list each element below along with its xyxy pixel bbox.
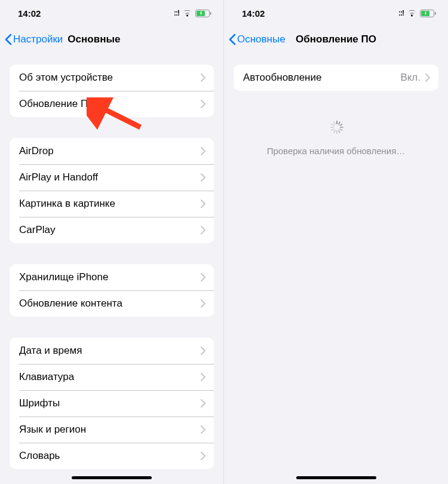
chevron-right-icon xyxy=(201,425,205,434)
chevron-right-icon xyxy=(201,399,205,408)
row-dictionary[interactable]: Словарь xyxy=(10,443,214,469)
status-icons: ::! xyxy=(398,9,436,17)
chevron-right-icon xyxy=(425,73,430,82)
back-button[interactable]: Настройки xyxy=(5,33,63,45)
row-keyboard[interactable]: Клавиатура xyxy=(10,364,214,390)
content-area: Об этом устройстве Обновление ПО AirDrop… xyxy=(0,65,223,469)
battery-icon xyxy=(420,10,436,17)
settings-group: Автообновление Вкл. xyxy=(234,65,438,91)
row-carplay[interactable]: CarPlay xyxy=(10,217,214,243)
row-fonts[interactable]: Шрифты xyxy=(10,390,214,416)
home-indicator xyxy=(72,476,152,479)
row-airplay-handoff[interactable]: AirPlay и Handoff xyxy=(10,164,214,191)
row-label: Язык и регион xyxy=(19,424,201,436)
row-label: Об этом устройстве xyxy=(19,72,201,84)
nav-bar: Основные Обновление ПО xyxy=(224,26,448,53)
row-software-update[interactable]: Обновление ПО xyxy=(10,91,214,117)
home-indicator xyxy=(296,476,376,479)
chevron-right-icon xyxy=(201,226,205,234)
back-label: Настройки xyxy=(13,33,63,45)
page-title: Основные xyxy=(67,33,120,45)
row-label: Хранилище iPhone xyxy=(19,271,201,283)
chevron-right-icon xyxy=(201,100,205,108)
settings-group: Об этом устройстве Обновление ПО xyxy=(10,65,214,117)
status-time: 14:02 xyxy=(18,8,41,19)
chevron-right-icon xyxy=(201,173,205,182)
row-label: Клавиатура xyxy=(19,371,201,383)
checking-status-text: Проверка наличия обновления… xyxy=(234,146,438,156)
chevron-right-icon xyxy=(201,373,205,381)
page-title: Обновление ПО xyxy=(296,33,376,45)
status-icons: ::! xyxy=(174,9,211,17)
row-value: Вкл. xyxy=(400,72,421,84)
nav-bar: Настройки Основные xyxy=(0,26,223,53)
row-about[interactable]: Об этом устройстве xyxy=(10,65,214,91)
status-bar: 14:02 ::! xyxy=(224,0,448,26)
chevron-left-icon xyxy=(229,33,236,45)
chevron-left-icon xyxy=(5,33,12,45)
loading-area: Проверка наличия обновления… xyxy=(234,121,438,156)
row-date-time[interactable]: Дата и время xyxy=(10,338,214,364)
row-iphone-storage[interactable]: Хранилище iPhone xyxy=(10,264,214,290)
screen-general-settings: 14:02 ::! Настройки Основные Об этом уст… xyxy=(0,0,224,484)
chevron-right-icon xyxy=(201,299,205,308)
chevron-right-icon xyxy=(201,200,205,208)
wifi-icon xyxy=(182,10,192,17)
chevron-right-icon xyxy=(201,73,205,82)
row-label: Шрифты xyxy=(19,397,201,409)
row-label: AirPlay и Handoff xyxy=(19,171,201,183)
row-label: Обновление контента xyxy=(19,298,201,310)
row-label: Обновление ПО xyxy=(19,98,201,110)
settings-group: Дата и время Клавиатура Шрифты Язык и ре… xyxy=(10,338,214,469)
row-auto-update[interactable]: Автообновление Вкл. xyxy=(234,65,438,91)
chevron-right-icon xyxy=(201,273,205,281)
row-label: Словарь xyxy=(19,450,201,462)
row-label: AirDrop xyxy=(19,145,201,157)
settings-group: AirDrop AirPlay и Handoff Картинка в кар… xyxy=(10,138,214,243)
wifi-icon xyxy=(407,10,417,17)
dual-sim-icon: ::! xyxy=(174,9,179,17)
row-airdrop[interactable]: AirDrop xyxy=(10,138,214,164)
chevron-right-icon xyxy=(201,147,205,155)
battery-icon xyxy=(195,10,211,17)
back-label: Основные xyxy=(237,33,286,45)
row-background-refresh[interactable]: Обновление контента xyxy=(10,290,214,317)
settings-group: Хранилище iPhone Обновление контента xyxy=(10,264,214,317)
dual-sim-icon: ::! xyxy=(398,9,404,17)
row-label: Картинка в картинке xyxy=(19,198,201,210)
row-label: Автообновление xyxy=(243,72,400,84)
screen-software-update: 14:02 ::! Основные Обновление ПО Автообн… xyxy=(224,0,448,484)
chevron-right-icon xyxy=(201,452,205,460)
back-button[interactable]: Основные xyxy=(229,33,286,45)
spinner-icon xyxy=(330,121,343,134)
content-area: Автообновление Вкл. Проверка наличия xyxy=(224,65,448,156)
row-language-region[interactable]: Язык и регион xyxy=(10,416,214,443)
chevron-right-icon xyxy=(201,347,205,355)
status-bar: 14:02 ::! xyxy=(0,0,223,26)
row-label: CarPlay xyxy=(19,224,201,236)
row-label: Дата и время xyxy=(19,345,201,357)
row-pip[interactable]: Картинка в картинке xyxy=(10,191,214,217)
status-time: 14:02 xyxy=(242,8,265,19)
